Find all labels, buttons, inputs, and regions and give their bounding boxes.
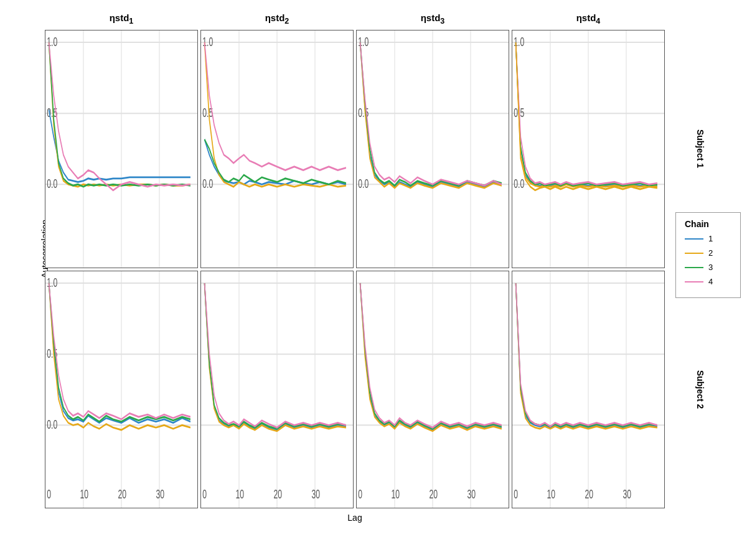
svg-text:30: 30 [156, 487, 164, 501]
svg-text:30: 30 [467, 487, 476, 501]
svg-text:20: 20 [429, 487, 438, 501]
svg-text:10: 10 [391, 487, 400, 501]
chart-row-1: 1.0 0.5 0.0 [44, 29, 666, 269]
cell-2-2: 0 10 20 30 [200, 271, 354, 509]
svg-text:20: 20 [118, 487, 126, 501]
legend-line-3 [685, 267, 703, 268]
svg-text:0.0: 0.0 [358, 177, 369, 191]
svg-text:1.0: 1.0 [358, 34, 369, 49]
col-header-3: ηstd3 [355, 12, 510, 29]
rows-container: 1.0 0.5 0.0 [44, 29, 666, 510]
legend-label-4: 4 [708, 277, 713, 286]
legend-item-3: 3 [685, 263, 731, 272]
svg-text:20: 20 [273, 487, 282, 501]
col-header-4: ηstd4 [510, 12, 666, 29]
legend-item-4: 4 [685, 277, 731, 286]
legend-line-1 [685, 238, 703, 240]
cell-1-4: 1.0 0.5 0.0 [512, 30, 665, 268]
legend-line-2 [685, 253, 703, 254]
legend-item-2: 2 [685, 248, 731, 258]
svg-text:1.0: 1.0 [47, 34, 57, 49]
svg-text:20: 20 [585, 487, 593, 501]
cell-1-3: 1.0 0.5 0.0 [356, 30, 509, 268]
svg-text:10: 10 [235, 487, 244, 501]
legend-box: Chain 1 2 3 4 [675, 212, 741, 298]
cell-1-1: 1.0 0.5 0.0 [45, 30, 198, 268]
row-label-1: Subject 1 [695, 124, 705, 174]
legend-label-2: 2 [708, 248, 713, 258]
cell-2-3: 0 10 20 30 [356, 271, 509, 509]
svg-text:10: 10 [80, 487, 88, 501]
svg-text:0: 0 [358, 487, 362, 501]
legend-label-1: 1 [708, 234, 713, 243]
legend-label-3: 3 [708, 263, 713, 272]
chart-area: ηstd1 ηstd2 ηstd3 ηstd4 [44, 12, 666, 523]
col-header-2: ηstd2 [199, 12, 355, 29]
legend-item-1: 1 [685, 234, 731, 243]
cell-2-4: 0 10 20 30 [512, 271, 665, 509]
svg-text:0: 0 [514, 487, 518, 501]
row-label-2: Subject 2 [695, 365, 705, 414]
svg-text:0.0: 0.0 [47, 417, 57, 431]
svg-text:1.0: 1.0 [202, 34, 213, 49]
svg-text:10: 10 [547, 487, 555, 501]
cell-1-2: 1.0 0.5 0.0 [200, 30, 354, 268]
svg-text:0.0: 0.0 [202, 177, 213, 191]
legend-area: Chain 1 2 3 4 [666, 12, 741, 523]
svg-text:1.0: 1.0 [47, 275, 57, 289]
x-axis-label: Lag [44, 510, 666, 523]
svg-text:0.0: 0.0 [47, 177, 57, 191]
svg-text:1.0: 1.0 [514, 34, 524, 49]
chart-row-2: 1.0 0.5 0.0 0 10 20 30 [44, 269, 666, 510]
svg-text:30: 30 [622, 487, 631, 501]
legend-line-4 [685, 281, 703, 282]
svg-text:0: 0 [47, 487, 51, 501]
main-container: Autocorrelation ηstd1 ηstd2 ηstd3 ηstd4 [0, 0, 747, 560]
col-header-1: ηstd1 [44, 12, 199, 29]
cell-2-1: 1.0 0.5 0.0 0 10 20 30 [45, 271, 198, 509]
legend-title: Chain [685, 219, 731, 229]
svg-text:30: 30 [311, 487, 320, 501]
svg-text:0: 0 [202, 487, 207, 501]
svg-text:0.0: 0.0 [514, 177, 524, 191]
col-headers: ηstd1 ηstd2 ηstd3 ηstd4 [44, 12, 666, 29]
